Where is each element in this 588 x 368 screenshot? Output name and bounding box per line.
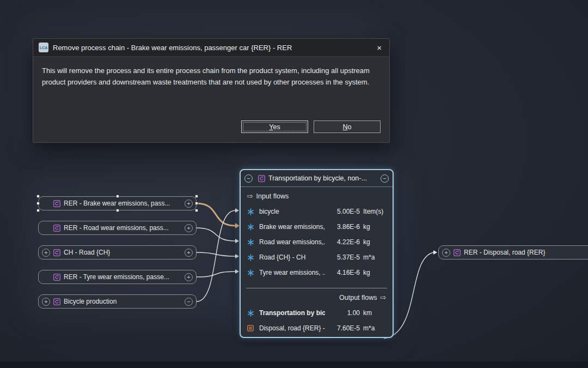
- process-node[interactable]: + CH - Road {CH} +: [38, 245, 197, 260]
- flow-amount: 3.86E-6: [328, 223, 360, 231]
- dialog-message: This will remove the process and its ent…: [33, 57, 388, 88]
- selection-handle[interactable]: [36, 195, 40, 198]
- output-flows-arrow-icon: ⇨: [381, 293, 386, 301]
- process-node-label: RER - Brake wear emissions, pass...: [64, 200, 181, 207]
- yes-button[interactable]: Yes: [241, 120, 308, 133]
- selection-handle[interactable]: [116, 195, 119, 198]
- expand-left-button[interactable]: +: [42, 298, 50, 306]
- process-node[interactable]: + RER - Disposal, road {RER}: [438, 245, 588, 260]
- transportation-process-node[interactable]: − Transportation by bicycle, non-... − ⇨…: [240, 169, 394, 338]
- flow-row[interactable]: Brake wear emissions,... 3.86E-6 kg: [241, 219, 393, 234]
- flow-icon: [247, 254, 256, 261]
- process-icon: [53, 298, 60, 305]
- expand-left-button[interactable]: +: [442, 249, 450, 257]
- expand-right-button[interactable]: +: [185, 200, 193, 208]
- process-node[interactable]: RER - Tyre wear emissions, passe... +: [38, 270, 197, 284]
- selection-handle[interactable]: [195, 202, 198, 205]
- selection-handle[interactable]: [195, 209, 198, 212]
- flow-amount: 7.60E-5: [328, 324, 360, 332]
- output-flows-list: Transportation by bic... 1.00 km Disposa…: [241, 305, 393, 336]
- flow-amount: 4.16E-6: [328, 269, 360, 276]
- waste-flow-icon: [247, 325, 256, 331]
- output-flows-label: Output flows ⇨: [241, 293, 386, 302]
- flow-name: Road {CH} - CH: [259, 254, 325, 261]
- selection-handle[interactable]: [116, 209, 119, 212]
- expand-right-button[interactable]: −: [185, 298, 193, 306]
- flow-unit: m*a: [363, 254, 387, 261]
- flow-row[interactable]: Road wear emissions,... 4.22E-6 kg: [241, 234, 393, 250]
- model-graph-canvas: RER - Brake wear emissions, pass... + RE…: [0, 0, 588, 368]
- openlca-logo-icon: LCA: [39, 43, 48, 52]
- flow-amount: 5.37E-5: [328, 254, 360, 261]
- flow-unit: kg: [363, 238, 387, 246]
- process-node-label: RER - Road wear emissions, pass...: [64, 224, 181, 232]
- process-node-label: RER - Tyre wear emissions, passe...: [64, 273, 181, 281]
- expand-left-button[interactable]: +: [42, 249, 50, 257]
- flow-name: Tyre wear emissions, ...: [259, 269, 325, 276]
- flow-name: Transportation by bic...: [259, 309, 325, 317]
- flow-unit: m*a: [363, 324, 387, 332]
- flow-icon: [247, 310, 256, 317]
- process-icon: [53, 200, 60, 207]
- center-node-title: Transportation by bicycle, non-...: [268, 174, 378, 182]
- flow-unit: km: [363, 309, 387, 317]
- flow-row[interactable]: Disposal, road {RER} - RER 7.60E-5 m*a: [241, 321, 393, 336]
- process-node-label: RER - Disposal, road {RER}: [464, 249, 586, 256]
- no-button[interactable]: No: [314, 120, 381, 133]
- flow-row[interactable]: Transportation by bic... 1.00 km: [241, 305, 393, 321]
- collapse-right-button[interactable]: −: [381, 174, 389, 183]
- flow-row[interactable]: Road {CH} - CH 5.37E-5 m*a: [241, 250, 393, 265]
- bottom-edge-bar: [0, 361, 588, 368]
- process-node[interactable]: RER - Road wear emissions, pass... +: [38, 221, 197, 235]
- flow-amount: 4.22E-6: [328, 238, 360, 246]
- io-divider: [246, 288, 387, 288]
- process-node[interactable]: + Bicycle production −: [38, 294, 197, 309]
- remove-process-chain-dialog: LCA Remove process chain - Brake wear em…: [33, 38, 390, 143]
- flow-amount: 5.00E-5: [328, 208, 360, 215]
- output-flows-text: Output flows: [339, 294, 377, 301]
- selection-handle[interactable]: [36, 209, 40, 212]
- process-node-label: CH - Road {CH}: [64, 249, 181, 256]
- wire-arrowhead: [433, 250, 437, 255]
- selection-handle[interactable]: [36, 202, 40, 205]
- flow-name: bicycle: [259, 208, 325, 215]
- flow-row[interactable]: Tyre wear emissions, ... 4.16E-6 kg: [241, 265, 393, 280]
- collapse-left-button[interactable]: −: [244, 174, 253, 183]
- input-flows-text: Input flows: [256, 192, 289, 200]
- flow-icon: [247, 208, 256, 215]
- flow-unit: Item(s): [363, 208, 387, 215]
- process-icon: [53, 249, 60, 256]
- process-node-label: Bicycle production: [64, 298, 181, 305]
- flow-amount: 1.00: [328, 309, 360, 317]
- expand-right-button[interactable]: +: [185, 249, 193, 257]
- flow-icon: [247, 224, 256, 231]
- selection-handle[interactable]: [195, 195, 198, 198]
- expand-right-button[interactable]: +: [185, 273, 193, 281]
- dialog-title: Remove process chain - Brake wear emissi…: [53, 44, 370, 52]
- process-icon: [454, 249, 461, 256]
- process-icon: [258, 175, 265, 182]
- dialog-buttons: Yes No: [241, 120, 381, 133]
- input-flows-label: ⇨ Input flows: [247, 191, 393, 201]
- flow-unit: kg: [363, 269, 387, 276]
- flow-row[interactable]: bicycle 5.00E-5 Item(s): [241, 204, 393, 219]
- flow-name: Disposal, road {RER} - RER: [259, 324, 325, 332]
- process-icon: [53, 274, 60, 281]
- close-icon[interactable]: ×: [375, 43, 384, 52]
- flow-icon: [247, 239, 256, 246]
- process-icon: [53, 225, 60, 232]
- flow-name: Brake wear emissions,...: [259, 223, 325, 231]
- flow-icon: [247, 269, 256, 276]
- flow-name: Road wear emissions,...: [259, 238, 325, 246]
- expand-right-button[interactable]: +: [185, 224, 193, 232]
- center-node-header: − Transportation by bicycle, non-... −: [241, 170, 393, 187]
- dialog-titlebar[interactable]: LCA Remove process chain - Brake wear em…: [33, 39, 389, 57]
- input-flows-list: bicycle 5.00E-5 Item(s) Brake wear emiss…: [241, 204, 393, 280]
- input-flows-arrow-icon: ⇨: [247, 192, 253, 200]
- flow-unit: kg: [363, 223, 387, 231]
